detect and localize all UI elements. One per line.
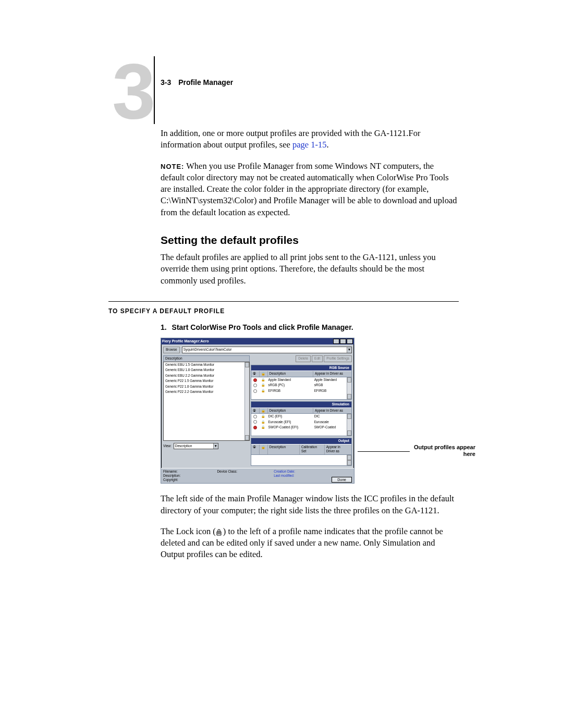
body-column: In addition, one or more output profiles… bbox=[161, 128, 459, 561]
simulation-panel: Simulation ⦿ 🔒 Description Appear in Dri… bbox=[251, 401, 352, 436]
after-shot-paragraph-2: The Lock icon ( ) to the left of a profi… bbox=[161, 526, 459, 561]
minimize-button[interactable] bbox=[333, 339, 339, 344]
list-item[interactable]: Generic EBU 1.5 Gamma Monitor bbox=[164, 362, 249, 368]
info-strip: Filename: Description: Copyright: Device… bbox=[161, 468, 354, 484]
lock-col-icon: 🔒 bbox=[260, 408, 268, 414]
local-profiles-pane: Description Generic EBU 1.5 Gamma Monito… bbox=[163, 355, 250, 466]
procedure-block: To specify a default profile bbox=[108, 301, 459, 315]
lock-col-icon: 🔒 bbox=[260, 371, 268, 377]
step-number: 1. bbox=[161, 323, 167, 331]
note-paragraph: NOTE: When you use Profile Manager from … bbox=[161, 161, 459, 218]
default-col-icon: ⦿ bbox=[251, 408, 260, 414]
info-device-label: Device Class: bbox=[217, 470, 238, 474]
edit-button[interactable]: Edit bbox=[312, 355, 323, 362]
procedure-step-1: 1. Start ColorWise Pro Tools and click P… bbox=[161, 323, 459, 332]
lock-col-icon: 🔒 bbox=[260, 445, 268, 454]
list-item[interactable]: Generic P22 1.5 Gamma Monitor bbox=[164, 378, 249, 384]
col-appear-as: Appear in Driver as bbox=[313, 408, 351, 414]
done-button[interactable]: Done bbox=[332, 477, 352, 483]
browse-path-combo[interactable]: Syquin\Drivers\Color\TeamColor ▼ bbox=[182, 347, 352, 353]
list-item[interactable]: Generic P22 1.8 Gamma Monitor bbox=[164, 384, 249, 390]
section-heading: Setting the default profiles bbox=[161, 233, 459, 248]
chapter-number-watermark: 3 bbox=[112, 52, 155, 130]
info-center: Creation Date: Last modified: bbox=[274, 470, 295, 483]
default-col-icon: ⦿ bbox=[251, 371, 260, 377]
list-item[interactable]: Generic P22 2.2 Gamma Monitor bbox=[164, 389, 249, 395]
table-row[interactable]: 🔒 SWOP-Coated (EFI) SWOP-Coated bbox=[251, 425, 351, 430]
view-combo[interactable]: Description ▼ bbox=[174, 443, 218, 450]
output-panel: Output ⦿ 🔒 Description Calibration Set A… bbox=[251, 438, 352, 466]
default-radio-icon[interactable] bbox=[253, 389, 257, 393]
view-value: Description bbox=[175, 444, 192, 449]
info-copyright-label: Copyright: bbox=[163, 478, 180, 482]
section-title: Profile Manager bbox=[178, 78, 233, 87]
local-profiles-list[interactable]: Generic EBU 1.5 Gamma Monitor Generic EB… bbox=[163, 362, 250, 441]
table-row[interactable]: 🔒 Apple Standard Apple Standard bbox=[251, 377, 351, 383]
note-label: NOTE: bbox=[161, 163, 184, 170]
table-row[interactable]: 🔒 sRGB (PC) sRGB bbox=[251, 382, 351, 388]
panel-body: 🔒 DIC (EFI) DIC 🔒 Euroscale (EFI) Eurosc… bbox=[251, 414, 351, 436]
window-titlebar: Fiery Profile Manager:Aero bbox=[161, 338, 354, 344]
rgb-source-panel: RGB Source ⦿ 🔒 Description Appear in Dri… bbox=[251, 365, 352, 400]
scrollbar[interactable] bbox=[347, 414, 351, 436]
svg-rect-1 bbox=[217, 533, 221, 533]
delete-button[interactable]: Delete bbox=[296, 355, 311, 362]
callout-leader-line bbox=[358, 451, 410, 452]
svg-rect-2 bbox=[217, 534, 221, 534]
table-row[interactable]: 🔒 DIC (EFI) DIC bbox=[251, 414, 351, 419]
lock-icon: 🔒 bbox=[261, 421, 265, 424]
panel-body bbox=[251, 455, 351, 465]
lock-icon: 🔒 bbox=[261, 384, 265, 387]
local-list-header: Description bbox=[163, 355, 250, 362]
scrollbar[interactable] bbox=[347, 455, 351, 465]
screenshot-figure: Fiery Profile Manager:Aero Browse Syquin… bbox=[161, 338, 458, 484]
info-mid: Device Class: bbox=[217, 470, 238, 483]
view-label: View: bbox=[163, 444, 172, 449]
page: 3 3-3 Profile Manager In addition, one o… bbox=[0, 0, 563, 728]
panel-title: Output bbox=[251, 438, 351, 444]
default-radio-icon[interactable] bbox=[253, 415, 257, 418]
maximize-button[interactable] bbox=[340, 339, 346, 344]
table-row[interactable]: 🔒 EFIRGB EFIRGB bbox=[251, 388, 351, 394]
default-col-icon: ⦿ bbox=[251, 445, 260, 454]
running-head: 3-3 Profile Manager bbox=[161, 78, 233, 87]
col-appear-as: Appear in Driver as bbox=[325, 445, 351, 454]
xref-page-1-15[interactable]: page 1-15 bbox=[292, 140, 327, 150]
panel-header-row: ⦿ 🔒 Description Calibration Set Appear i… bbox=[251, 444, 351, 455]
browse-path-value: Syquin\Drivers\Color\TeamColor bbox=[183, 348, 232, 352]
panel-header-row: ⦿ 🔒 Description Appear in Driver as bbox=[251, 371, 351, 377]
chevron-down-icon[interactable]: ▼ bbox=[347, 347, 351, 353]
col-appear-as: Appear in Driver as bbox=[313, 371, 351, 377]
default-radio-icon[interactable] bbox=[253, 426, 257, 429]
profile-manager-window: Fiery Profile Manager:Aero Browse Syquin… bbox=[161, 338, 354, 484]
chevron-down-icon[interactable]: ▼ bbox=[213, 443, 218, 449]
lock-icon bbox=[216, 528, 223, 536]
table-row[interactable]: 🔒 Euroscale (EFI) Euroscale bbox=[251, 419, 351, 425]
default-radio-icon[interactable] bbox=[253, 384, 257, 387]
intro-paragraph: In addition, one or more output profiles… bbox=[161, 128, 459, 151]
window-title: Fiery Profile Manager:Aero bbox=[162, 339, 209, 343]
col-description: Description bbox=[268, 445, 300, 454]
list-item[interactable]: Generic EBU 2.2 Gamma Monitor bbox=[164, 373, 249, 379]
procedure-label: To specify a default profile bbox=[108, 307, 459, 315]
info-description-label: Description: bbox=[163, 474, 180, 478]
close-button[interactable] bbox=[347, 339, 353, 344]
default-radio-icon[interactable] bbox=[253, 420, 257, 424]
lock-icon: 🔒 bbox=[261, 378, 265, 381]
col-calibration: Calibration Set bbox=[300, 445, 325, 454]
profile-settings-button[interactable]: Profile Settings bbox=[324, 355, 352, 362]
panel-title: Simulation bbox=[251, 402, 351, 408]
browse-row: Browse Syquin\Drivers\Color\TeamColor ▼ bbox=[161, 344, 354, 355]
panes: Description Generic EBU 1.5 Gamma Monito… bbox=[161, 355, 354, 468]
info-filename-label: Filename: bbox=[163, 470, 180, 474]
callout-text: Output profiles appear here bbox=[413, 444, 475, 458]
browse-button[interactable]: Browse bbox=[163, 347, 180, 353]
default-radio-icon[interactable] bbox=[253, 378, 257, 382]
scrollbar[interactable] bbox=[244, 362, 249, 440]
view-row: View: Description ▼ bbox=[163, 441, 250, 450]
scrollbar[interactable] bbox=[347, 377, 351, 399]
list-item[interactable]: Generic EBU 1.8 Gamma Monitor bbox=[164, 367, 249, 373]
lock-icon: 🔒 bbox=[261, 426, 265, 429]
section-paragraph: The default profiles are applied to all … bbox=[161, 252, 459, 287]
header-divider bbox=[154, 56, 155, 124]
